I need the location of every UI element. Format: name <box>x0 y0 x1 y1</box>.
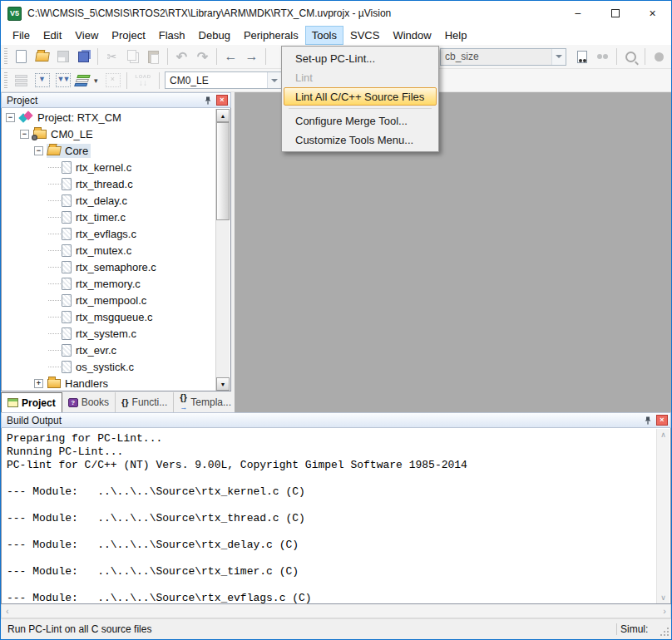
file-icon <box>62 228 72 240</box>
tree-scrollbar[interactable]: ▲ ▼ <box>215 109 230 391</box>
lookup-button[interactable] <box>620 47 641 66</box>
tab-label: Project <box>22 397 56 409</box>
redo-button[interactable]: ↷ <box>192 47 213 66</box>
menu-item-lint-all-c-c-source-files[interactable]: Lint All C/C++ Source Files <box>284 87 437 106</box>
tab-templa[interactable]: {}→Templa... <box>174 392 238 412</box>
tree-item-rtx-thread-c[interactable]: rtx_thread.c <box>2 175 215 192</box>
menu-item-configure-merge-tool[interactable]: Configure Merge Tool... <box>284 111 437 130</box>
tree-item-rtx-evr-c[interactable]: rtx_evr.c <box>2 342 215 358</box>
tree-item-rtx-semaphore-c[interactable]: rtx_semaphore.c <box>2 258 215 275</box>
collapse-icon[interactable]: − <box>20 130 29 139</box>
tree-item-label: Handlers <box>65 377 108 390</box>
navigate-back-button[interactable]: ← <box>220 47 241 66</box>
books-icon: ? <box>68 398 78 407</box>
new-file-icon <box>16 50 27 63</box>
record-button[interactable] <box>649 47 670 66</box>
new-file-button[interactable] <box>11 47 32 66</box>
menu-window[interactable]: Window <box>386 26 437 45</box>
scroll-down-icon[interactable]: ▼ <box>216 377 230 391</box>
menu-item-customize-tools-menu[interactable]: Customize Tools Menu... <box>284 130 437 149</box>
tree-item-core[interactable]: −Core <box>2 142 215 159</box>
menu-view[interactable]: View <box>68 26 105 45</box>
menu-edit[interactable]: Edit <box>37 26 68 45</box>
tree-item-rtx-evflags-c[interactable]: rtx_evflags.c <box>2 225 215 242</box>
menu-item-lint[interactable]: Lint <box>284 68 437 86</box>
load-arrows-icon: ↓↓ <box>139 79 147 86</box>
build-output-hscrollbar[interactable]: ‹ › <box>1 604 671 618</box>
build-output-vscrollbar[interactable]: ∧ ∨ <box>656 429 670 603</box>
save-all-button[interactable] <box>73 47 94 66</box>
menu-svcs[interactable]: SVCS <box>343 26 386 45</box>
copy-button[interactable] <box>122 47 143 66</box>
menu-flash[interactable]: Flash <box>152 26 192 45</box>
chevron-up-icon[interactable]: ∧ <box>660 431 666 439</box>
scroll-up-icon[interactable]: ▲ <box>216 109 230 122</box>
navigate-forward-button[interactable]: → <box>241 47 262 66</box>
tab-books[interactable]: ?Books <box>62 392 116 412</box>
translate-button[interactable] <box>11 71 32 91</box>
tree-item-body: rtx_timer.c <box>61 210 128 224</box>
batch-build-dropdown[interactable]: ▾ <box>94 76 102 85</box>
build-output-content[interactable]: Preparing for PC-Lint... Running PC-Lint… <box>1 428 671 604</box>
collapse-icon[interactable]: − <box>6 113 15 122</box>
undo-button[interactable]: ↶ <box>171 47 192 66</box>
file-icon <box>62 211 72 224</box>
tree-item-rtx-delay-c[interactable]: rtx_delay.c <box>2 192 215 209</box>
toolbar-grip[interactable] <box>4 72 7 89</box>
maximize-button[interactable] <box>596 1 634 26</box>
tree-item-rtx-system-c[interactable]: rtx_system.c <box>2 325 215 342</box>
search-combobox[interactable]: cb_size <box>440 48 566 66</box>
menu-peripherals[interactable]: Peripherals <box>237 26 305 45</box>
tab-functi[interactable]: {}Functi... <box>116 392 174 412</box>
tab-project[interactable]: Project <box>1 392 62 412</box>
build-output-close-button[interactable]: × <box>656 415 668 426</box>
tree-item-rtx-mutex-c[interactable]: rtx_mutex.c <box>2 242 215 258</box>
tree-item-body: rtx_system.c <box>61 327 139 341</box>
scrollbar-thumb[interactable] <box>216 122 230 220</box>
build-button[interactable]: ▼ <box>32 71 52 91</box>
tree-item-rtx-msgqueue-c[interactable]: rtx_msgqueue.c <box>2 308 215 325</box>
chevron-down-icon[interactable] <box>551 49 566 65</box>
tree-item-rtx-timer-c[interactable]: rtx_timer.c <box>2 209 215 225</box>
collapse-icon[interactable]: − <box>34 146 43 155</box>
chevron-right-icon[interactable]: › <box>663 606 666 616</box>
chevron-down-icon[interactable] <box>267 72 281 88</box>
chevron-down-icon[interactable]: ∨ <box>660 593 666 602</box>
menu-tools[interactable]: Tools <box>305 26 343 45</box>
download-button[interactable]: LOAD ↓↓ <box>131 71 156 91</box>
menu-project[interactable]: Project <box>105 26 151 45</box>
find-in-files-button[interactable] <box>571 47 592 66</box>
find-button[interactable] <box>592 47 613 66</box>
tree-item-rtx-mempool-c[interactable]: rtx_mempool.c <box>2 292 215 308</box>
chevron-left-icon[interactable]: ‹ <box>6 606 9 616</box>
pin-button[interactable] <box>202 95 214 106</box>
cut-button[interactable]: ✂ <box>101 47 122 66</box>
tree-item-os-systick-c[interactable]: os_systick.c <box>2 358 215 375</box>
stop-build-button[interactable]: × <box>102 71 123 91</box>
minimize-button[interactable]: − <box>559 1 596 26</box>
project-panel-close-button[interactable]: × <box>216 95 228 106</box>
pin-button[interactable] <box>642 415 654 426</box>
batch-build-button[interactable] <box>73 71 94 91</box>
expand-icon[interactable]: + <box>34 379 43 388</box>
menu-help[interactable]: Help <box>438 26 474 45</box>
tree-item-label: rtx_timer.c <box>76 211 126 224</box>
title-bar[interactable]: V5 C:\W\CMSIS_5\CMSIS\RTOS2\RTX\Library\… <box>1 1 671 26</box>
open-file-button[interactable] <box>32 47 52 66</box>
tree-item-cm0-le[interactable]: −CM0_LE <box>2 126 215 142</box>
menu-debug[interactable]: Debug <box>192 26 237 45</box>
resize-grip[interactable] <box>660 619 671 639</box>
tree-item-handlers[interactable]: +Handlers <box>2 375 215 391</box>
save-button[interactable] <box>52 47 73 66</box>
tree-item-rtx-kernel-c[interactable]: rtx_kernel.c <box>2 159 215 175</box>
close-button[interactable]: × <box>634 1 671 26</box>
tree-item-label: rtx_evflags.c <box>76 228 136 240</box>
menu-file[interactable]: File <box>6 26 37 45</box>
target-combobox[interactable]: CM0_LE <box>165 71 282 89</box>
toolbar-grip[interactable] <box>4 48 7 65</box>
paste-button[interactable] <box>143 47 164 66</box>
rebuild-button[interactable]: ▼▼ <box>52 71 73 91</box>
tree-item-project-rtx-cm[interactable]: −Project: RTX_CM <box>2 109 215 126</box>
tree-item-rtx-memory-c[interactable]: rtx_memory.c <box>2 275 215 292</box>
menu-item-set-up-pc-lint[interactable]: Set-up PC-Lint... <box>284 49 437 67</box>
